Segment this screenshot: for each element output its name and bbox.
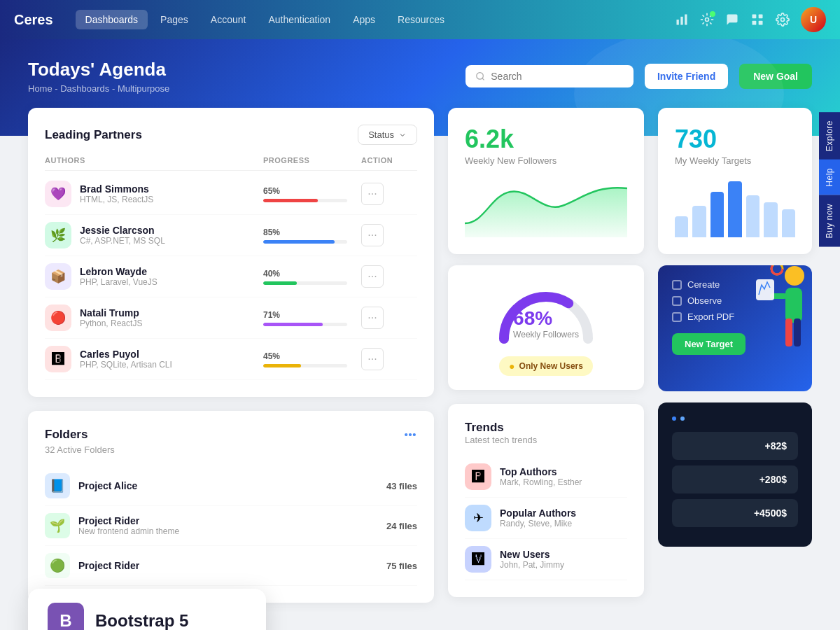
list-item: ✈ Popular Authors Randy, Steve, Mike [465,498,627,539]
leading-partners-title: Leading Partners [45,128,142,142]
author-avatar: 📦 [45,263,71,290]
trend-users: Mark, Rowling, Esther [500,477,582,487]
progress-label: 85% [263,227,361,237]
author-name: Lebron Wayde [80,266,158,277]
progress-label: 40% [263,269,361,279]
trends-card: Trends Latest tech trends 🅿 Top Authors … [448,404,644,597]
search-input[interactable] [491,71,624,82]
side-tab-help[interactable]: Help [819,160,840,195]
author-tech: C#, ASP.NET, MS SQL [80,236,165,246]
promo-option-create: Cereate [672,279,798,290]
dots-icon [403,428,417,442]
action-button[interactable]: ··· [361,224,384,246]
bootstrap-title: Bootstrap 5 [95,611,188,630]
card-header: Leading Partners Status [45,125,417,145]
author-info: 💜 Brad Simmons HTML, JS, ReactJS [45,181,263,207]
user-avatar[interactable]: U [801,7,826,32]
progress-bar-fill [263,281,297,285]
trend-name: Popular Authors [500,507,576,519]
table-header: AUTHORS PROGRESS ACTION [45,156,417,171]
author-name: Natali Trump [80,307,142,318]
trend-users: Randy, Steve, Mike [500,519,576,528]
new-target-button[interactable]: New Target [672,333,746,355]
svg-point-17 [477,73,484,80]
folder-icon: 🌱 [45,513,70,538]
leading-partners-card: Leading Partners Status AUTHORS PROGRESS… [28,108,434,397]
nav-resources[interactable]: Resources [388,10,454,29]
progress-label: 45% [263,351,361,361]
list-item: 🅿 Top Authors Mark, Rowling, Esther [465,456,627,498]
action-button[interactable]: ··· [361,307,384,329]
settings-icon[interactable] [776,13,790,27]
bar-item [746,195,760,237]
bootstrap-icon: B [48,603,84,630]
followers-label: Weekly New Followers [465,155,627,166]
author-tech: HTML, JS, ReactJS [80,195,153,204]
followers-number: 6.2k [465,125,627,154]
progress-bar-fill [263,323,323,326]
nav-authentication[interactable]: Authentication [258,10,340,29]
main-content: Leading Partners Status AUTHORS PROGRESS… [0,108,840,630]
promo-checkbox-observe[interactable] [672,296,682,306]
side-tab-buy[interactable]: Buy now [819,195,840,247]
svg-point-3 [706,18,709,22]
dark-dots [672,416,798,421]
author-name: Carles Puyol [80,349,172,360]
list-item: 🆅 New Users John, Pat, Jimmy [465,539,627,580]
trends-list: 🅿 Top Authors Mark, Rowling, Esther ✈ Po… [465,456,627,580]
author-avatar: 🅱 [45,346,71,372]
promo-option-export: Export PDF [672,312,798,322]
sparkle-icon[interactable] [700,13,714,27]
folder-name: Project Rider [78,515,386,526]
svg-point-29 [771,265,783,274]
targets-label: My Weekly Targets [675,155,795,166]
chat-icon[interactable] [725,13,739,27]
folders-title: Folders [45,428,88,442]
nav-dashboards[interactable]: Dashboards [76,10,148,29]
followers-chart [465,174,627,237]
author-avatar: 🌿 [45,222,71,248]
action-button[interactable]: ··· [361,183,384,205]
svg-rect-1 [680,17,682,25]
status-dropdown[interactable]: Status [358,125,417,145]
promo-checkbox-create[interactable] [672,280,682,290]
progress-label: 65% [263,186,361,196]
folders-subtitle: 32 Active Folders [45,444,417,455]
action-button[interactable]: ··· [361,265,384,288]
progress-wrap: 71% [263,310,361,326]
progress-bar-bg [263,281,347,285]
right-column: 730 My Weekly Targets Cereate Observe [658,108,812,603]
folders-list: 📘 Project Alice 43 files 🌱 Project Rider… [45,466,417,586]
promo-checkbox-export[interactable] [672,312,682,322]
svg-line-18 [482,78,484,80]
invite-friend-button[interactable]: Invite Friend [645,64,728,89]
nav-icons: U [675,7,826,32]
progress-bar-fill [263,364,301,368]
trend-icon: 🅿 [465,463,491,490]
progress-wrap: 45% [263,351,361,368]
gauge-label: Weekly Followers [513,330,579,340]
svg-point-21 [414,434,416,436]
nav-pages[interactable]: Pages [150,10,198,29]
authors-list: 💜 Brad Simmons HTML, JS, ReactJS 65% ···… [45,174,417,380]
folder-files: 43 files [386,481,417,491]
stat-item: +280$ [672,465,798,493]
new-goal-button[interactable]: New Goal [739,64,812,89]
chart-icon[interactable] [675,13,689,27]
grid-icon[interactable] [750,13,764,27]
progress-wrap: 40% [263,269,361,285]
progress-bar-bg [263,199,347,202]
nav-account[interactable]: Account [201,10,256,29]
bootstrap-overlay: B Bootstrap 5 [28,589,266,630]
svg-rect-12 [752,15,757,19]
nav-apps[interactable]: Apps [343,10,385,29]
trends-subtitle: Latest tech trends [465,435,627,445]
svg-point-16 [781,18,785,22]
author-tech: PHP, Laravel, VueJS [80,277,158,287]
side-tabs: Explore Help Buy now [819,112,840,246]
svg-line-9 [710,22,711,24]
side-tab-explore[interactable]: Explore [819,112,840,160]
progress-bar-bg [263,240,347,244]
folder-icon: 📘 [45,473,70,498]
action-button[interactable]: ··· [361,348,384,370]
